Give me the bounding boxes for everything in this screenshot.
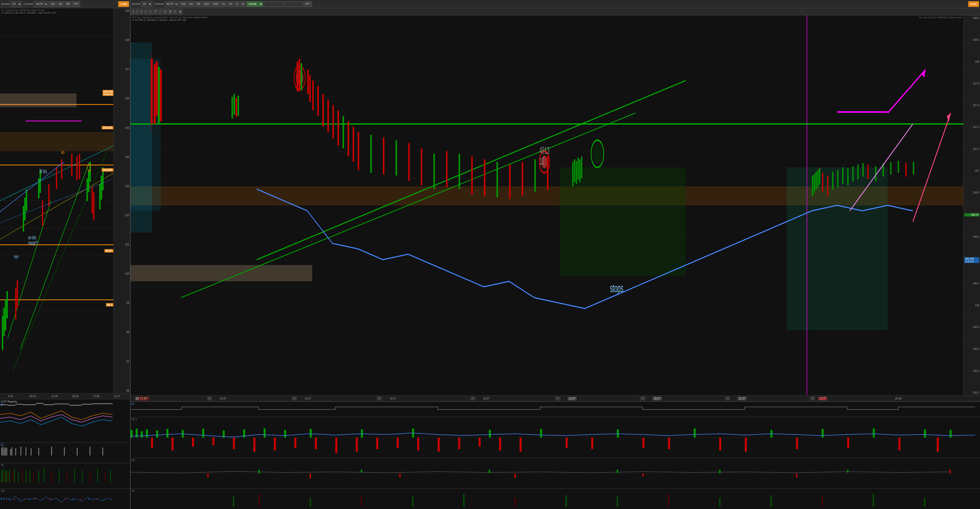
svg-rect-263 [233, 437, 235, 449]
svg-rect-281 [668, 437, 670, 449]
svg-rect-315 [873, 494, 874, 507]
left-contract-select[interactable]: AUTO [34, 1, 48, 7]
svg-rect-67 [69, 405, 82, 406]
right-h1-btn[interactable]: H1 [220, 1, 227, 7]
draw-circle[interactable]: ○ [148, 9, 153, 14]
svg-rect-122 [50, 498, 51, 500]
left-symbol-label: Symbol [1, 3, 10, 5]
draw-menu[interactable]: ≡ [173, 9, 177, 14]
left-tick-btn[interactable]: Tick [49, 1, 57, 7]
right-m15-btn[interactable]: M15 [203, 1, 211, 7]
svg-rect-278 [566, 437, 568, 448]
svg-rect-102 [43, 468, 44, 482]
draw-dollar[interactable]: $ [168, 9, 172, 14]
svg-rect-101 [38, 470, 39, 482]
left-m5-btn[interactable]: M5 [65, 1, 72, 7]
time-1907: 20 [555, 397, 560, 400]
right-m1-btn[interactable]: M1 [188, 1, 194, 7]
right-symbol-select[interactable]: DX [141, 1, 152, 7]
left-load-btn[interactable]: Load [118, 1, 129, 7]
svg-rect-314 [822, 496, 823, 507]
r-price-1076: 107.6 [964, 104, 979, 107]
right-m5-btn[interactable]: M5 [195, 1, 202, 7]
svg-rect-161 [156, 61, 158, 116]
r-price-1074: 107.4 [964, 126, 979, 129]
right-tick-btn[interactable]: Tick [180, 1, 187, 7]
left-hft-btn[interactable]: HFT [72, 1, 80, 7]
draw-line[interactable]: \ [136, 9, 139, 14]
cot-chart-svg [0, 399, 130, 442]
right-h4-btn[interactable]: H4 [228, 1, 234, 7]
right-w-btn[interactable]: W [240, 1, 246, 7]
svg-rect-275 [479, 437, 480, 447]
time-1807b: 18.07 [483, 397, 489, 400]
cd-panel-right: CD [130, 458, 980, 488]
svg-rect-174 [317, 86, 319, 116]
time-2107: 20 [725, 397, 730, 400]
svg-rect-282 [719, 437, 721, 450]
left-chart-area: Fut. Sep 22 Exp: 19/09/2022 Delay 10 min… [0, 8, 130, 393]
svg-rect-297 [361, 469, 362, 472]
svg-rect-285 [847, 437, 849, 448]
right-contract-select[interactable]: AUTO [165, 1, 179, 7]
svg-rect-204 [812, 175, 813, 196]
svg-rect-215 [852, 166, 854, 181]
right-d-btn[interactable]: D [234, 1, 239, 7]
svg-rect-303 [258, 494, 260, 507]
time-2207b: 22.07 [818, 397, 827, 400]
right-m30-btn[interactable]: M30 [212, 1, 220, 7]
svg-rect-214 [847, 169, 848, 185]
draw-arrow-up[interactable]: ↑ [158, 9, 162, 14]
left-symbol-select[interactable]: DX [10, 1, 22, 7]
svg-rect-75 [10, 449, 11, 455]
right-date-from[interactable]: 5/15/2022 [264, 1, 283, 7]
right-load-btn[interactable]: Load [968, 1, 979, 7]
r-price-108: 108 [964, 60, 979, 63]
right-chart-area: HFT: Agr / Range 15 / Interval 3000 / Mi… [130, 15, 980, 395]
svg-rect-163 [160, 70, 162, 121]
svg-rect-112 [1, 498, 2, 500]
left-contract-label: Contract [24, 3, 33, 5]
svg-rect-258 [950, 430, 951, 437]
svg-rect-38 [101, 176, 102, 199]
svg-rect-80 [31, 449, 32, 455]
draw-plus[interactable]: ⊕ [178, 9, 183, 14]
svg-rect-93 [9, 470, 10, 482]
time-left-6: 15.07 [114, 395, 120, 398]
draw-cursor[interactable]: I [132, 9, 135, 14]
right-charttype-select[interactable]: Candle [247, 1, 263, 7]
svg-rect-107 [82, 470, 83, 482]
right-hft-btn[interactable]: HFT [304, 1, 312, 7]
price-103: 103 [115, 185, 129, 188]
draw-star[interactable]: ✦ [163, 9, 167, 14]
svg-line-19 [8, 201, 51, 339]
svg-rect-118 [24, 499, 25, 500]
svg-rect-269 [356, 437, 358, 452]
svg-rect-90 [5, 469, 6, 482]
left-chart-svg: W res are bids change?? HyH alt+ [0, 8, 113, 393]
svg-rect-245 [264, 428, 266, 437]
panels-row: Symbol DX Contract AUTO Tick M1 M5 HFT L… [0, 0, 980, 509]
svg-rect-207 [817, 170, 818, 188]
svg-rect-307 [463, 494, 465, 507]
right-date-to[interactable]: 7/23/2022 [284, 1, 303, 7]
svg-rect-68 [82, 404, 92, 405]
svg-rect-40 [15, 289, 16, 319]
left-m1-btn[interactable]: M1 [57, 1, 64, 7]
svg-rect-72 [4, 449, 5, 455]
draw-vline[interactable]: | [140, 9, 143, 14]
cd1-label: CD 1 [131, 418, 137, 421]
svg-rect-31 [26, 190, 27, 211]
svg-rect-312 [719, 498, 721, 507]
svg-rect-84 [77, 448, 78, 455]
svg-rect-262 [212, 437, 215, 445]
price-109: 109 [115, 10, 129, 12]
svg-rect-176 [327, 100, 329, 132]
draw-rect[interactable]: □ [143, 9, 148, 14]
svg-rect-172 [309, 75, 311, 102]
draw-text[interactable]: T [153, 9, 158, 14]
left-price-scale: 109 108 107 106 105 104 103 102 101 100 … [113, 8, 130, 393]
svg-rect-252 [617, 429, 619, 437]
svg-rect-87 [1, 471, 2, 482]
svg-rect-190 [459, 154, 460, 189]
